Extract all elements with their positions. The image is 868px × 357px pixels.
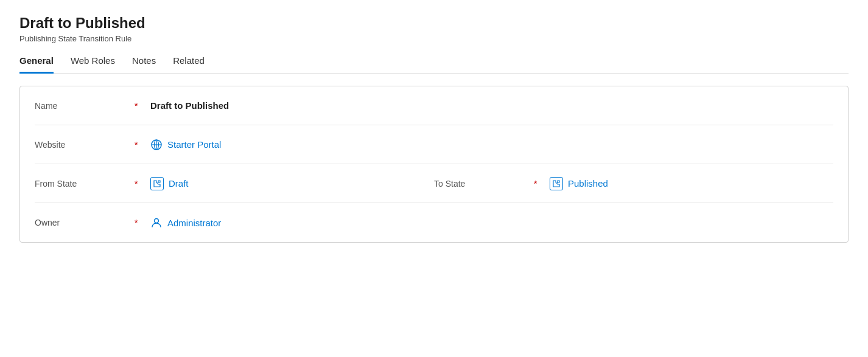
owner-row: Owner * Administrator [35,203,833,242]
name-label: Name [35,101,132,111]
name-required: * [135,101,143,111]
to-state-icon [550,177,563,190]
from-state-required: * [135,179,143,189]
owner-required: * [135,218,143,227]
person-icon [150,217,163,229]
owner-link[interactable]: Administrator [167,218,221,228]
website-label: Website [35,140,132,150]
page-title: Draft to Published [19,15,849,32]
from-state-label: From State [35,179,132,189]
name-text: Draft to Published [150,100,229,111]
to-state-link[interactable]: Published [568,178,608,189]
to-state-label: To State [434,179,531,189]
from-state-icon [150,177,164,190]
name-value: Draft to Published [150,100,833,111]
tab-bar: General Web Roles Notes Related [19,55,849,74]
from-state-link[interactable]: Draft [169,178,189,189]
svg-point-4 [155,219,159,223]
website-value: Starter Portal [150,139,833,151]
website-row: Website * Starter Portal [35,125,833,164]
state-row: From State * Draft To State * [35,164,833,203]
to-state-value: Published [550,177,833,190]
tab-related[interactable]: Related [173,55,205,74]
globe-icon [150,139,163,151]
tab-notes[interactable]: Notes [132,55,156,74]
owner-value: Administrator [150,217,833,229]
form-card: Name * Draft to Published Website * Star… [19,86,849,243]
to-state-required: * [534,179,542,189]
owner-label: Owner [35,218,132,227]
from-state-section: From State * Draft [35,177,434,190]
website-link[interactable]: Starter Portal [167,139,221,150]
name-row: Name * Draft to Published [35,86,833,125]
tab-general[interactable]: General [19,55,54,74]
website-required: * [135,140,143,150]
from-state-value: Draft [150,177,434,190]
to-state-section: To State * Published [434,177,833,190]
page-subtitle: Publishing State Transition Rule [19,34,849,43]
tab-web-roles[interactable]: Web Roles [71,55,115,74]
